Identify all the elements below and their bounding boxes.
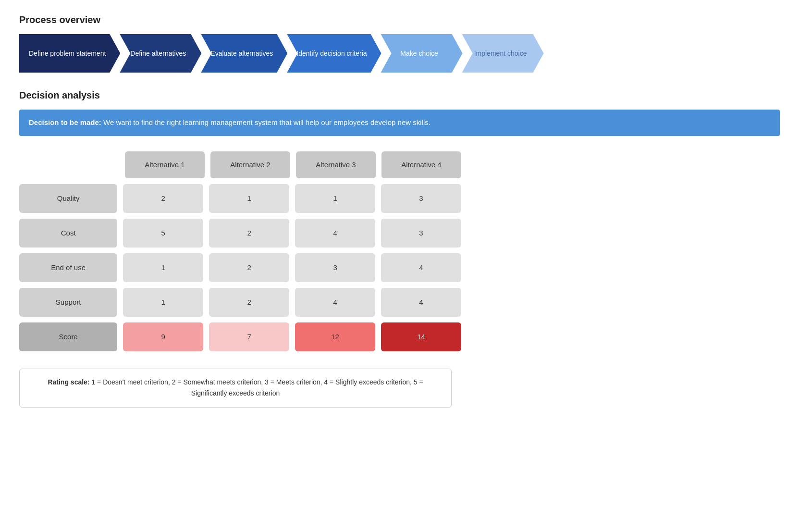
cell-support-alt1: 1 — [123, 288, 203, 317]
table-row: Cost 5 2 4 3 — [19, 219, 461, 247]
row-label-cost: Cost — [19, 219, 117, 247]
table-row: Support 1 2 4 4 — [19, 288, 461, 317]
row-label-support: Support — [19, 288, 117, 317]
cell-endofuse-alt3: 3 — [295, 253, 375, 282]
cell-score-alt1: 9 — [123, 322, 203, 351]
col-header-alt2: Alternative 2 — [210, 151, 290, 178]
col-header-alt1: Alternative 1 — [125, 151, 205, 178]
cell-quality-alt2: 1 — [209, 184, 289, 213]
cell-endofuse-alt2: 2 — [209, 253, 289, 282]
table-header-row: Alternative 1 Alternative 2 Alternative … — [125, 151, 461, 178]
cell-score-alt2: 7 — [209, 322, 289, 351]
cell-quality-alt4: 3 — [381, 184, 461, 213]
cell-endofuse-alt1: 1 — [123, 253, 203, 282]
cell-support-alt2: 2 — [209, 288, 289, 317]
score-row: Score 9 7 12 14 — [19, 322, 461, 351]
cell-cost-alt4: 3 — [381, 219, 461, 247]
rating-scale-bold: Rating scale: — [48, 378, 89, 386]
row-label-quality: Quality — [19, 184, 117, 213]
table-row: End of use 1 2 3 4 — [19, 253, 461, 282]
cell-score-alt4: 14 — [381, 322, 461, 351]
decision-analysis-title: Decision analysis — [19, 90, 780, 101]
process-flow: Define problem statement Define alternat… — [19, 34, 780, 73]
rating-scale: Rating scale: 1 = Doesn't meet criterion… — [19, 369, 452, 408]
step-make-choice: Make choice — [381, 34, 463, 73]
decision-banner-text: We want to find the right learning manag… — [101, 118, 430, 126]
cell-quality-alt1: 2 — [123, 184, 203, 213]
table-row: Quality 2 1 1 3 — [19, 184, 461, 213]
cell-support-alt4: 4 — [381, 288, 461, 317]
cell-cost-alt2: 2 — [209, 219, 289, 247]
cell-support-alt3: 4 — [295, 288, 375, 317]
rating-scale-text: 1 = Doesn't meet criterion, 2 = Somewhat… — [90, 378, 423, 397]
step-define-alternatives: Define alternatives — [120, 34, 201, 73]
col-header-alt3: Alternative 3 — [296, 151, 376, 178]
decision-table: Alternative 1 Alternative 2 Alternative … — [19, 151, 461, 357]
col-header-alt4: Alternative 4 — [381, 151, 461, 178]
step-evaluate-alternatives: Evaluate alternatives — [201, 34, 287, 73]
cell-quality-alt3: 1 — [295, 184, 375, 213]
decision-banner-bold: Decision to be made: — [29, 118, 101, 126]
step-define-problem: Define problem statement — [19, 34, 120, 73]
cell-endofuse-alt4: 4 — [381, 253, 461, 282]
step-implement-choice: Implement choice — [462, 34, 544, 73]
cell-cost-alt1: 5 — [123, 219, 203, 247]
cell-score-alt3: 12 — [295, 322, 375, 351]
step-identify-criteria: Identify decision criteria — [287, 34, 381, 73]
row-label-score: Score — [19, 322, 117, 351]
row-label-end-of-use: End of use — [19, 253, 117, 282]
process-overview-title: Process overview — [19, 14, 780, 25]
decision-banner: Decision to be made: We want to find the… — [19, 110, 780, 136]
cell-cost-alt3: 4 — [295, 219, 375, 247]
